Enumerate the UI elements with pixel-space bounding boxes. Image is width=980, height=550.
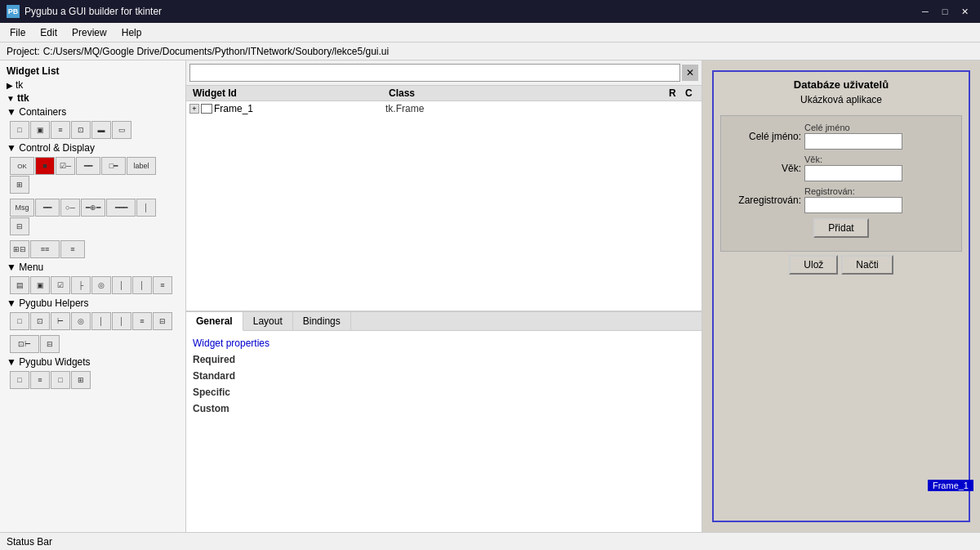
table-row[interactable]: + Frame_1 tk.Frame — [186, 101, 702, 116]
properties-content: Widget properties Required Standard Spec… — [186, 331, 702, 532]
field-label-registered: Registrován: — [804, 186, 902, 196]
ctrl-btn-5[interactable]: □━ — [101, 157, 126, 175]
helper-btn-5[interactable]: │ — [91, 312, 111, 330]
pgw-btn-2[interactable]: ≡ — [30, 371, 50, 389]
pridat-button[interactable]: Přidat — [813, 218, 868, 238]
section-pygubu-helpers[interactable]: ▼ Pygubu Helpers — [3, 296, 182, 311]
input-cele-jmeno[interactable] — [804, 133, 902, 150]
uloz-button[interactable]: Ulož — [789, 255, 838, 275]
helper-btn-1[interactable]: □ — [10, 312, 29, 330]
form-area: Celé jméno: Celé jméno Věk: Věk: — [720, 115, 962, 252]
section-widgets-label: ▼ Pygubu Widgets — [7, 356, 91, 368]
menu-help[interactable]: Help — [115, 25, 149, 40]
section-control-label: ▼ Control & Display — [7, 142, 95, 154]
helper-btn-6[interactable]: │ — [112, 312, 131, 330]
maximize-button[interactable]: □ — [936, 4, 954, 19]
containers-grid: □ ▣ ≡ ⊡ ▬ ▭ — [3, 119, 182, 141]
ctrl-btn-3[interactable]: ☑─ — [56, 157, 75, 175]
helpers-grid-1: □ ⊡ ⊢ ◎ │ │ ≡ ⊟ — [3, 311, 182, 332]
app-title: Pygubu a GUI builder for tkinter — [24, 6, 162, 17]
close-button[interactable]: ✕ — [956, 4, 973, 19]
ctrl-btn-6[interactable]: label — [127, 157, 156, 175]
nacti-button[interactable]: Načti — [841, 255, 893, 275]
ctrl-btn-17[interactable]: ≡ — [60, 240, 85, 258]
widget-list-sidebar: Widget List ▶ tk ▼ ttk ▼ Containers □ ▣ … — [0, 60, 186, 532]
menu-btn-3[interactable]: ☑ — [51, 276, 70, 294]
ctrl-btn-11[interactable]: ━⊕━ — [81, 199, 105, 217]
ctrl-btn-4[interactable]: ━━ — [76, 157, 100, 175]
tab-bindings[interactable]: Bindings — [293, 312, 351, 330]
widget-btn-3[interactable]: ≡ — [51, 121, 70, 139]
row-id-frame1: Frame_1 — [214, 103, 253, 114]
center-panel: ✕ Widget Id Class R C + Frame_1 tk.Frame — [186, 60, 702, 532]
ctrl-btn-9[interactable]: ━━ — [35, 199, 60, 217]
control-grid-1: OK ■ ☑─ ━━ □━ label ⊞ — [3, 155, 182, 195]
ttk-arrow: ▼ — [7, 94, 15, 103]
menu-file[interactable]: File — [3, 25, 32, 40]
menu-edit[interactable]: Edit — [33, 25, 64, 40]
pgw-btn-1[interactable]: □ — [10, 371, 29, 389]
widget-btn-2[interactable]: ▣ — [30, 121, 50, 139]
helper-btn-8[interactable]: ⊟ — [153, 312, 172, 330]
ctrl-btn-1[interactable]: OK — [10, 157, 34, 175]
sidebar-item-ttk[interactable]: ▼ ttk — [3, 92, 182, 105]
ctrl-btn-2[interactable]: ■ — [35, 157, 55, 175]
input-vek[interactable] — [804, 165, 902, 181]
preview-window: Databáze uživatelů Ukázková aplikace Cel… — [712, 70, 970, 522]
search-input[interactable] — [189, 64, 680, 82]
sidebar-item-tk[interactable]: ▶ tk — [3, 78, 182, 92]
pgw-btn-4[interactable]: ⊞ — [71, 371, 91, 389]
helper-btn-7[interactable]: ≡ — [132, 312, 152, 330]
prop-group-specific: Specific — [193, 387, 695, 398]
widget-tree-area: Widget Id Class R C + Frame_1 tk.Frame — [186, 86, 702, 311]
helper-btn-3[interactable]: ⊢ — [51, 312, 70, 330]
menu-btn-7[interactable]: │ — [132, 276, 152, 294]
ctrl-btn-13[interactable]: │ — [136, 199, 156, 217]
section-containers[interactable]: ▼ Containers — [3, 105, 182, 119]
menu-btn-1[interactable]: ▤ — [10, 276, 29, 294]
section-menu[interactable]: ▼ Menu — [3, 260, 182, 275]
menu-btn-6[interactable]: │ — [112, 276, 131, 294]
menu-btn-8[interactable]: ≡ — [153, 276, 172, 294]
ctrl-btn-15[interactable]: ⊞⊟ — [10, 240, 29, 258]
ctrl-btn-8[interactable]: Msg — [10, 199, 34, 217]
field-group-name: Celé jméno — [804, 123, 902, 150]
menu-btn-2[interactable]: ▣ — [30, 276, 50, 294]
tab-layout[interactable]: Layout — [243, 312, 293, 330]
col-c: C — [682, 87, 698, 99]
helper-btn-10[interactable]: ⊟ — [40, 335, 60, 353]
expand-frame1[interactable]: + — [189, 104, 199, 114]
input-zaregistrovan[interactable] — [804, 197, 902, 213]
section-control-display[interactable]: ▼ Control & Display — [3, 141, 182, 155]
search-close-button[interactable]: ✕ — [682, 65, 698, 81]
ctrl-btn-7[interactable]: ⊞ — [10, 176, 29, 194]
row-class-frame1: tk.Frame — [385, 103, 698, 114]
app-icon: PB — [7, 5, 20, 18]
ctrl-btn-12[interactable]: ━━━ — [106, 199, 136, 217]
tab-general[interactable]: General — [186, 312, 243, 331]
widget-btn-4[interactable]: ⊡ — [71, 121, 91, 139]
menu-btn-4[interactable]: ├ — [71, 276, 91, 294]
menu-preview[interactable]: Preview — [65, 25, 114, 40]
minimize-button[interactable]: ─ — [916, 4, 934, 19]
ctrl-btn-10[interactable]: ○─ — [60, 199, 80, 217]
section-pygubu-widgets[interactable]: ▼ Pygubu Widgets — [3, 355, 182, 369]
helper-btn-9[interactable]: ⊡⊢ — [10, 335, 39, 353]
project-bar: Project: C:/Users/MQ/Google Drive/Docume… — [0, 42, 980, 60]
tk-label: tk — [16, 79, 23, 91]
widget-tree-header: Widget Id Class R C — [186, 86, 702, 101]
pgw-btn-3[interactable]: □ — [51, 371, 70, 389]
widget-btn-6[interactable]: ▭ — [112, 121, 131, 139]
helper-btn-4[interactable]: ◎ — [71, 312, 91, 330]
search-row: ✕ — [186, 60, 702, 86]
section-helpers-label: ▼ Pygubu Helpers — [7, 297, 89, 309]
widget-btn-5[interactable]: ▬ — [91, 121, 111, 139]
helper-btn-2[interactable]: ⊡ — [30, 312, 50, 330]
widget-btn-1[interactable]: □ — [10, 121, 29, 139]
field-group-age: Věk: — [804, 154, 902, 181]
ctrl-btn-16[interactable]: ≡≡ — [30, 240, 60, 258]
field-group-registered: Registrován: — [804, 186, 902, 213]
ctrl-btn-14[interactable]: ⊟ — [10, 217, 29, 235]
properties-panel: General Layout Bindings Widget propertie… — [186, 311, 702, 532]
menu-btn-5[interactable]: ◎ — [91, 276, 111, 294]
